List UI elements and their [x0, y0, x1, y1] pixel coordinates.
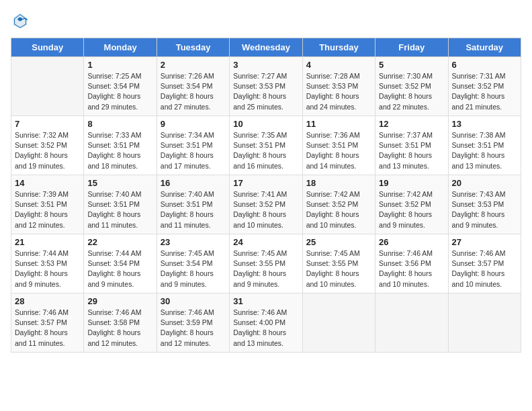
day-info: Sunrise: 7:30 AMSunset: 3:52 PMDaylight:…: [379, 71, 444, 112]
day-info: Sunrise: 7:46 AMSunset: 3:57 PMDaylight:…: [15, 308, 80, 349]
calendar-cell: 13Sunrise: 7:38 AMSunset: 3:51 PMDayligh…: [448, 116, 521, 175]
day-number: 25: [306, 237, 371, 247]
day-info: Sunrise: 7:26 AMSunset: 3:54 PMDaylight:…: [161, 71, 226, 112]
calendar-cell: 6Sunrise: 7:31 AMSunset: 3:52 PMDaylight…: [448, 57, 521, 116]
day-info: Sunrise: 7:33 AMSunset: 3:51 PMDaylight:…: [87, 130, 152, 171]
calendar-cell: 28Sunrise: 7:46 AMSunset: 3:57 PMDayligh…: [11, 293, 84, 353]
day-number: 20: [452, 178, 517, 188]
day-info: Sunrise: 7:45 AMSunset: 3:55 PMDaylight:…: [306, 248, 371, 289]
day-number: 27: [452, 237, 517, 247]
calendar-cell: 30Sunrise: 7:46 AMSunset: 3:59 PMDayligh…: [157, 293, 229, 353]
day-number: 29: [87, 296, 152, 306]
day-info: Sunrise: 7:44 AMSunset: 3:54 PMDaylight:…: [87, 248, 152, 289]
day-info: Sunrise: 7:46 AMSunset: 3:58 PMDaylight:…: [87, 308, 152, 349]
calendar-cell: 8Sunrise: 7:33 AMSunset: 3:51 PMDaylight…: [84, 116, 157, 175]
day-number: 2: [161, 60, 226, 70]
day-number: 31: [233, 296, 298, 306]
calendar-cell: 25Sunrise: 7:45 AMSunset: 3:55 PMDayligh…: [302, 234, 375, 293]
day-of-week-header: Saturday: [448, 38, 521, 57]
day-number: 21: [15, 237, 80, 247]
day-number: 1: [87, 60, 152, 70]
day-info: Sunrise: 7:45 AMSunset: 3:55 PMDaylight:…: [233, 248, 298, 289]
calendar-week-row: 28Sunrise: 7:46 AMSunset: 3:57 PMDayligh…: [11, 293, 521, 353]
calendar-cell: 21Sunrise: 7:44 AMSunset: 3:53 PMDayligh…: [11, 234, 84, 293]
day-info: Sunrise: 7:39 AMSunset: 3:51 PMDaylight:…: [15, 189, 80, 230]
day-number: 22: [87, 237, 152, 247]
calendar-cell: 1Sunrise: 7:25 AMSunset: 3:54 PMDaylight…: [84, 57, 157, 116]
day-info: Sunrise: 7:44 AMSunset: 3:53 PMDaylight:…: [15, 248, 80, 289]
day-info: Sunrise: 7:43 AMSunset: 3:53 PMDaylight:…: [452, 189, 517, 230]
day-number: 30: [161, 296, 226, 306]
day-info: Sunrise: 7:40 AMSunset: 3:51 PMDaylight:…: [161, 189, 226, 230]
day-info: Sunrise: 7:42 AMSunset: 3:52 PMDaylight:…: [306, 189, 371, 230]
day-number: 11: [306, 119, 371, 129]
day-info: Sunrise: 7:46 AMSunset: 3:57 PMDaylight:…: [452, 248, 517, 289]
day-number: 3: [233, 60, 298, 70]
day-number: 23: [161, 237, 226, 247]
day-number: 14: [15, 178, 80, 188]
calendar-cell: 20Sunrise: 7:43 AMSunset: 3:53 PMDayligh…: [448, 175, 521, 234]
day-number: 17: [233, 178, 298, 188]
calendar-cell: 9Sunrise: 7:34 AMSunset: 3:51 PMDaylight…: [157, 116, 229, 175]
day-number: 26: [379, 237, 444, 247]
calendar-cell: 10Sunrise: 7:35 AMSunset: 3:51 PMDayligh…: [230, 116, 302, 175]
logo-icon: [11, 11, 30, 30]
day-number: 10: [233, 119, 298, 129]
day-info: Sunrise: 7:25 AMSunset: 3:54 PMDaylight:…: [87, 71, 152, 112]
day-info: Sunrise: 7:28 AMSunset: 3:53 PMDaylight:…: [306, 71, 371, 112]
calendar-cell: [375, 293, 448, 353]
day-info: Sunrise: 7:45 AMSunset: 3:54 PMDaylight:…: [161, 248, 226, 289]
day-info: Sunrise: 7:31 AMSunset: 3:52 PMDaylight:…: [452, 71, 517, 112]
day-info: Sunrise: 7:32 AMSunset: 3:52 PMDaylight:…: [15, 130, 80, 171]
calendar-cell: 18Sunrise: 7:42 AMSunset: 3:52 PMDayligh…: [302, 175, 375, 234]
calendar-cell: 29Sunrise: 7:46 AMSunset: 3:58 PMDayligh…: [84, 293, 157, 353]
day-of-week-header: Wednesday: [230, 38, 302, 57]
calendar-cell: 3Sunrise: 7:27 AMSunset: 3:53 PMDaylight…: [230, 57, 302, 116]
calendar-cell: 24Sunrise: 7:45 AMSunset: 3:55 PMDayligh…: [230, 234, 302, 293]
calendar-cell: 19Sunrise: 7:42 AMSunset: 3:52 PMDayligh…: [375, 175, 448, 234]
day-info: Sunrise: 7:38 AMSunset: 3:51 PMDaylight:…: [452, 130, 517, 171]
day-number: 13: [452, 119, 517, 129]
day-info: Sunrise: 7:41 AMSunset: 3:52 PMDaylight:…: [233, 189, 298, 230]
day-number: 19: [379, 178, 444, 188]
calendar-cell: [302, 293, 375, 353]
day-info: Sunrise: 7:42 AMSunset: 3:52 PMDaylight:…: [379, 189, 444, 230]
day-number: 9: [161, 119, 226, 129]
calendar-cell: 23Sunrise: 7:45 AMSunset: 3:54 PMDayligh…: [157, 234, 229, 293]
day-info: Sunrise: 7:46 AMSunset: 3:56 PMDaylight:…: [379, 248, 444, 289]
day-of-week-header: Friday: [375, 38, 448, 57]
day-info: Sunrise: 7:27 AMSunset: 3:53 PMDaylight:…: [233, 71, 298, 112]
day-number: 15: [87, 178, 152, 188]
day-number: 8: [87, 119, 152, 129]
calendar-cell: 4Sunrise: 7:28 AMSunset: 3:53 PMDaylight…: [302, 57, 375, 116]
calendar-cell: [448, 293, 521, 353]
calendar-cell: 15Sunrise: 7:40 AMSunset: 3:51 PMDayligh…: [84, 175, 157, 234]
day-number: 7: [15, 119, 80, 129]
calendar-table: SundayMondayTuesdayWednesdayThursdayFrid…: [11, 38, 521, 353]
calendar-cell: 17Sunrise: 7:41 AMSunset: 3:52 PMDayligh…: [230, 175, 302, 234]
day-number: 5: [379, 60, 444, 70]
calendar-cell: 2Sunrise: 7:26 AMSunset: 3:54 PMDaylight…: [157, 57, 229, 116]
logo: [11, 11, 32, 30]
day-info: Sunrise: 7:36 AMSunset: 3:51 PMDaylight:…: [306, 130, 371, 171]
day-of-week-header: Sunday: [11, 38, 84, 57]
calendar-cell: 22Sunrise: 7:44 AMSunset: 3:54 PMDayligh…: [84, 234, 157, 293]
day-number: 12: [379, 119, 444, 129]
day-number: 6: [452, 60, 517, 70]
day-info: Sunrise: 7:46 AMSunset: 3:59 PMDaylight:…: [161, 308, 226, 349]
calendar-cell: 14Sunrise: 7:39 AMSunset: 3:51 PMDayligh…: [11, 175, 84, 234]
calendar-cell: 12Sunrise: 7:37 AMSunset: 3:51 PMDayligh…: [375, 116, 448, 175]
day-of-week-header: Thursday: [302, 38, 375, 57]
day-info: Sunrise: 7:40 AMSunset: 3:51 PMDaylight:…: [87, 189, 152, 230]
day-of-week-header: Tuesday: [157, 38, 229, 57]
calendar-cell: 26Sunrise: 7:46 AMSunset: 3:56 PMDayligh…: [375, 234, 448, 293]
calendar-cell: 7Sunrise: 7:32 AMSunset: 3:52 PMDaylight…: [11, 116, 84, 175]
day-info: Sunrise: 7:46 AMSunset: 4:00 PMDaylight:…: [233, 308, 298, 349]
calendar-week-row: 1Sunrise: 7:25 AMSunset: 3:54 PMDaylight…: [11, 57, 521, 116]
calendar-cell: 31Sunrise: 7:46 AMSunset: 4:00 PMDayligh…: [230, 293, 302, 353]
day-of-week-header: Monday: [84, 38, 157, 57]
calendar-cell: [11, 57, 84, 116]
day-number: 24: [233, 237, 298, 247]
day-info: Sunrise: 7:37 AMSunset: 3:51 PMDaylight:…: [379, 130, 444, 171]
calendar-cell: 16Sunrise: 7:40 AMSunset: 3:51 PMDayligh…: [157, 175, 229, 234]
